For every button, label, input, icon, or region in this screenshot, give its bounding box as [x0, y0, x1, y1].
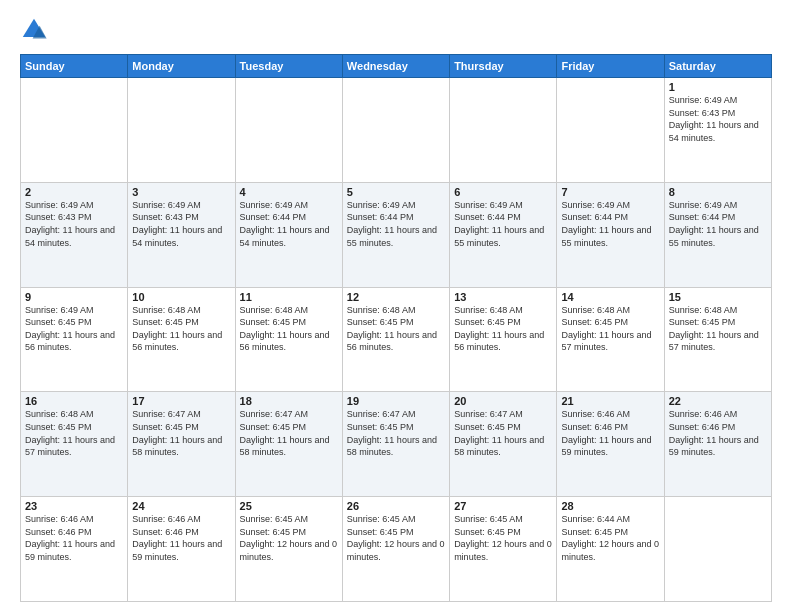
logo-icon [20, 16, 48, 44]
calendar-cell: 27Sunrise: 6:45 AM Sunset: 6:45 PM Dayli… [450, 497, 557, 602]
day-number: 4 [240, 186, 338, 198]
calendar-cell: 16Sunrise: 6:48 AM Sunset: 6:45 PM Dayli… [21, 392, 128, 497]
calendar-cell: 24Sunrise: 6:46 AM Sunset: 6:46 PM Dayli… [128, 497, 235, 602]
day-number: 12 [347, 291, 445, 303]
calendar-cell: 18Sunrise: 6:47 AM Sunset: 6:45 PM Dayli… [235, 392, 342, 497]
day-number: 15 [669, 291, 767, 303]
day-number: 10 [132, 291, 230, 303]
weekday-header: Friday [557, 55, 664, 78]
calendar-cell: 12Sunrise: 6:48 AM Sunset: 6:45 PM Dayli… [342, 287, 449, 392]
calendar-cell: 13Sunrise: 6:48 AM Sunset: 6:45 PM Dayli… [450, 287, 557, 392]
day-info: Sunrise: 6:45 AM Sunset: 6:45 PM Dayligh… [240, 513, 338, 563]
day-info: Sunrise: 6:48 AM Sunset: 6:45 PM Dayligh… [669, 304, 767, 354]
calendar-cell: 6Sunrise: 6:49 AM Sunset: 6:44 PM Daylig… [450, 182, 557, 287]
weekday-header: Wednesday [342, 55, 449, 78]
day-number: 13 [454, 291, 552, 303]
day-number: 9 [25, 291, 123, 303]
day-info: Sunrise: 6:49 AM Sunset: 6:44 PM Dayligh… [669, 199, 767, 249]
calendar-cell: 21Sunrise: 6:46 AM Sunset: 6:46 PM Dayli… [557, 392, 664, 497]
day-number: 3 [132, 186, 230, 198]
calendar-cell: 15Sunrise: 6:48 AM Sunset: 6:45 PM Dayli… [664, 287, 771, 392]
day-info: Sunrise: 6:49 AM Sunset: 6:45 PM Dayligh… [25, 304, 123, 354]
day-info: Sunrise: 6:47 AM Sunset: 6:45 PM Dayligh… [454, 408, 552, 458]
calendar-cell: 23Sunrise: 6:46 AM Sunset: 6:46 PM Dayli… [21, 497, 128, 602]
day-info: Sunrise: 6:46 AM Sunset: 6:46 PM Dayligh… [25, 513, 123, 563]
day-number: 21 [561, 395, 659, 407]
calendar-cell: 3Sunrise: 6:49 AM Sunset: 6:43 PM Daylig… [128, 182, 235, 287]
day-number: 1 [669, 81, 767, 93]
day-number: 6 [454, 186, 552, 198]
calendar-cell: 8Sunrise: 6:49 AM Sunset: 6:44 PM Daylig… [664, 182, 771, 287]
calendar-cell [235, 78, 342, 183]
calendar-week: 23Sunrise: 6:46 AM Sunset: 6:46 PM Dayli… [21, 497, 772, 602]
calendar-cell: 5Sunrise: 6:49 AM Sunset: 6:44 PM Daylig… [342, 182, 449, 287]
day-info: Sunrise: 6:45 AM Sunset: 6:45 PM Dayligh… [347, 513, 445, 563]
day-number: 24 [132, 500, 230, 512]
calendar-cell: 2Sunrise: 6:49 AM Sunset: 6:43 PM Daylig… [21, 182, 128, 287]
header [20, 16, 772, 44]
calendar-cell: 26Sunrise: 6:45 AM Sunset: 6:45 PM Dayli… [342, 497, 449, 602]
day-info: Sunrise: 6:48 AM Sunset: 6:45 PM Dayligh… [25, 408, 123, 458]
day-number: 22 [669, 395, 767, 407]
day-info: Sunrise: 6:45 AM Sunset: 6:45 PM Dayligh… [454, 513, 552, 563]
day-info: Sunrise: 6:49 AM Sunset: 6:44 PM Dayligh… [561, 199, 659, 249]
calendar-cell: 1Sunrise: 6:49 AM Sunset: 6:43 PM Daylig… [664, 78, 771, 183]
day-info: Sunrise: 6:48 AM Sunset: 6:45 PM Dayligh… [240, 304, 338, 354]
calendar-cell [557, 78, 664, 183]
day-number: 28 [561, 500, 659, 512]
calendar-week: 16Sunrise: 6:48 AM Sunset: 6:45 PM Dayli… [21, 392, 772, 497]
day-info: Sunrise: 6:49 AM Sunset: 6:43 PM Dayligh… [132, 199, 230, 249]
calendar-cell: 19Sunrise: 6:47 AM Sunset: 6:45 PM Dayli… [342, 392, 449, 497]
day-number: 20 [454, 395, 552, 407]
page: SundayMondayTuesdayWednesdayThursdayFrid… [0, 0, 792, 612]
day-info: Sunrise: 6:49 AM Sunset: 6:43 PM Dayligh… [25, 199, 123, 249]
day-info: Sunrise: 6:49 AM Sunset: 6:43 PM Dayligh… [669, 94, 767, 144]
weekday-header: Tuesday [235, 55, 342, 78]
weekday-row: SundayMondayTuesdayWednesdayThursdayFrid… [21, 55, 772, 78]
day-number: 23 [25, 500, 123, 512]
day-number: 25 [240, 500, 338, 512]
calendar-cell: 17Sunrise: 6:47 AM Sunset: 6:45 PM Dayli… [128, 392, 235, 497]
day-info: Sunrise: 6:49 AM Sunset: 6:44 PM Dayligh… [240, 199, 338, 249]
calendar: SundayMondayTuesdayWednesdayThursdayFrid… [20, 54, 772, 602]
day-number: 11 [240, 291, 338, 303]
day-info: Sunrise: 6:47 AM Sunset: 6:45 PM Dayligh… [240, 408, 338, 458]
calendar-cell: 4Sunrise: 6:49 AM Sunset: 6:44 PM Daylig… [235, 182, 342, 287]
weekday-header: Monday [128, 55, 235, 78]
day-number: 19 [347, 395, 445, 407]
calendar-cell: 25Sunrise: 6:45 AM Sunset: 6:45 PM Dayli… [235, 497, 342, 602]
calendar-cell [664, 497, 771, 602]
day-number: 8 [669, 186, 767, 198]
calendar-cell: 14Sunrise: 6:48 AM Sunset: 6:45 PM Dayli… [557, 287, 664, 392]
day-number: 2 [25, 186, 123, 198]
day-info: Sunrise: 6:47 AM Sunset: 6:45 PM Dayligh… [347, 408, 445, 458]
calendar-week: 2Sunrise: 6:49 AM Sunset: 6:43 PM Daylig… [21, 182, 772, 287]
day-info: Sunrise: 6:48 AM Sunset: 6:45 PM Dayligh… [561, 304, 659, 354]
weekday-header: Thursday [450, 55, 557, 78]
day-number: 18 [240, 395, 338, 407]
day-number: 5 [347, 186, 445, 198]
day-info: Sunrise: 6:47 AM Sunset: 6:45 PM Dayligh… [132, 408, 230, 458]
day-info: Sunrise: 6:48 AM Sunset: 6:45 PM Dayligh… [454, 304, 552, 354]
calendar-cell: 9Sunrise: 6:49 AM Sunset: 6:45 PM Daylig… [21, 287, 128, 392]
calendar-cell: 20Sunrise: 6:47 AM Sunset: 6:45 PM Dayli… [450, 392, 557, 497]
day-number: 27 [454, 500, 552, 512]
calendar-cell: 10Sunrise: 6:48 AM Sunset: 6:45 PM Dayli… [128, 287, 235, 392]
calendar-week: 9Sunrise: 6:49 AM Sunset: 6:45 PM Daylig… [21, 287, 772, 392]
day-number: 16 [25, 395, 123, 407]
day-number: 14 [561, 291, 659, 303]
calendar-cell: 11Sunrise: 6:48 AM Sunset: 6:45 PM Dayli… [235, 287, 342, 392]
calendar-cell: 7Sunrise: 6:49 AM Sunset: 6:44 PM Daylig… [557, 182, 664, 287]
day-number: 26 [347, 500, 445, 512]
calendar-cell: 22Sunrise: 6:46 AM Sunset: 6:46 PM Dayli… [664, 392, 771, 497]
day-info: Sunrise: 6:49 AM Sunset: 6:44 PM Dayligh… [454, 199, 552, 249]
calendar-cell [128, 78, 235, 183]
calendar-cell [21, 78, 128, 183]
day-info: Sunrise: 6:44 AM Sunset: 6:45 PM Dayligh… [561, 513, 659, 563]
day-info: Sunrise: 6:46 AM Sunset: 6:46 PM Dayligh… [561, 408, 659, 458]
day-number: 17 [132, 395, 230, 407]
day-number: 7 [561, 186, 659, 198]
day-info: Sunrise: 6:46 AM Sunset: 6:46 PM Dayligh… [669, 408, 767, 458]
day-info: Sunrise: 6:46 AM Sunset: 6:46 PM Dayligh… [132, 513, 230, 563]
calendar-cell: 28Sunrise: 6:44 AM Sunset: 6:45 PM Dayli… [557, 497, 664, 602]
